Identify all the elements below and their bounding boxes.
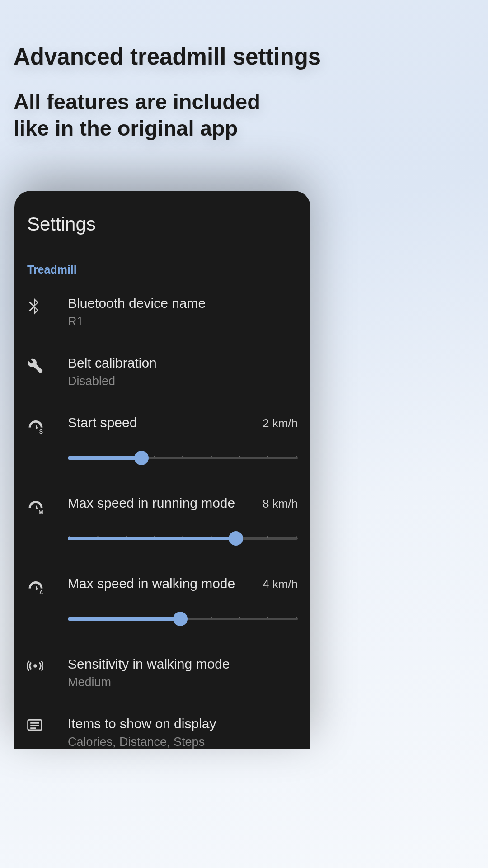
setting-sensitivity[interactable]: Sensitivity in walking mode Medium [14, 655, 310, 689]
belt-calibration-title: Belt calibration [68, 354, 298, 372]
start-speed-title: Start speed [68, 414, 137, 431]
start-speed-slider[interactable] [68, 450, 298, 466]
setting-start-speed[interactable]: S Start speed 2 km/h [14, 414, 310, 466]
max-speed-running-title: Max speed in running mode [68, 494, 235, 512]
section-label-treadmill: Treadmill [14, 263, 310, 276]
speedometer-s-icon: S [27, 419, 44, 436]
svg-point-3 [33, 664, 37, 668]
wrench-icon [27, 358, 43, 376]
max-speed-walking-title: Max speed in walking mode [68, 575, 235, 592]
belt-calibration-value: Disabled [68, 374, 298, 388]
setting-belt-calibration[interactable]: Belt calibration Disabled [14, 354, 310, 388]
display-items-title: Items to show on display [68, 715, 298, 732]
slider-thumb[interactable] [229, 531, 243, 546]
slider-thumb[interactable] [173, 612, 188, 626]
max-speed-walking-value: 4 km/h [263, 577, 298, 591]
settings-title: Settings [14, 213, 310, 235]
speedometer-a-icon: A [27, 580, 44, 597]
bluetooth-title: Bluetooth device name [68, 294, 298, 312]
settings-card: Settings Treadmill Bluetooth device name… [14, 191, 310, 749]
max-speed-walking-slider[interactable] [68, 611, 298, 627]
promo-subtitle: All features are included like in the or… [14, 89, 474, 142]
display-icon [27, 719, 42, 734]
setting-bluetooth[interactable]: Bluetooth device name R1 [14, 294, 310, 329]
sensor-icon [27, 660, 43, 673]
slider-thumb[interactable] [134, 451, 149, 465]
max-speed-running-slider[interactable] [68, 530, 298, 547]
start-speed-value: 2 km/h [263, 416, 298, 430]
bluetooth-value: R1 [68, 315, 298, 329]
setting-display-items[interactable]: Items to show on display Calories, Dista… [14, 715, 310, 749]
speedometer-m-icon: M [27, 500, 44, 517]
promo-title: Advanced treadmill settings [14, 43, 474, 71]
svg-text:A: A [39, 590, 43, 595]
sensitivity-value: Medium [68, 675, 298, 689]
svg-text:M: M [38, 509, 43, 515]
bluetooth-icon [27, 298, 41, 318]
sensitivity-title: Sensitivity in walking mode [68, 655, 298, 673]
setting-max-speed-walking[interactable]: A Max speed in walking mode 4 km/h [14, 575, 310, 627]
max-speed-running-value: 8 km/h [263, 497, 298, 511]
display-items-value: Calories, Distance, Steps [68, 735, 298, 749]
svg-text:S: S [39, 429, 43, 434]
setting-max-speed-running[interactable]: M Max speed in running mode 8 km/h [14, 494, 310, 547]
promo-header: Advanced treadmill settings All features… [0, 0, 488, 142]
